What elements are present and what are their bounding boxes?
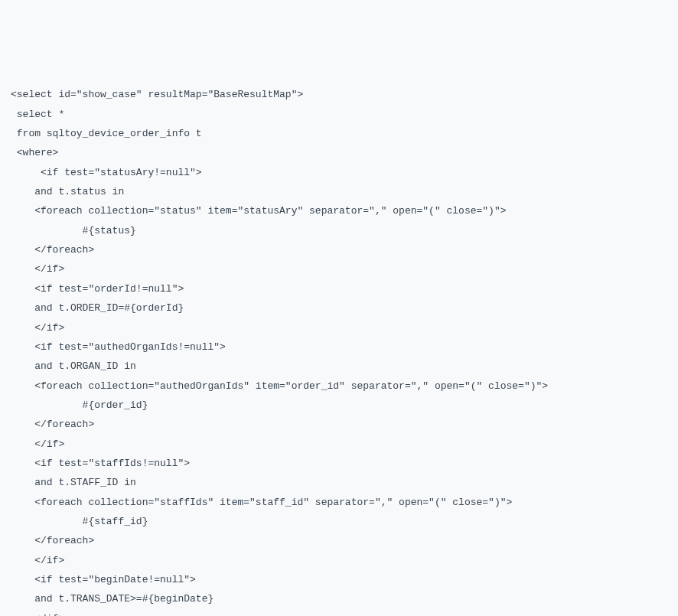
code-line: #{staff_id}: [11, 512, 667, 531]
code-line: </if>: [11, 259, 667, 279]
code-line: <where>: [11, 143, 667, 162]
code-line: <if test="staffIds!=null">: [11, 454, 667, 473]
code-line: and t.status in: [11, 182, 667, 201]
code-line: </foreach>: [11, 415, 667, 434]
code-line: </if>: [11, 551, 667, 570]
code-line: <if test="beginDate!=null">: [11, 570, 667, 589]
code-line: <if test="authedOrganIds!=null">: [11, 337, 667, 357]
code-line: </if>: [11, 609, 667, 616]
code-line: select *: [11, 105, 667, 124]
code-line: <select id="show_case" resultMap="BaseRe…: [11, 85, 667, 104]
code-line: from sqltoy_device_order_info t: [11, 124, 667, 143]
code-line: </foreach>: [11, 531, 667, 550]
code-line: </foreach>: [11, 240, 667, 259]
code-line: <foreach collection="status" item="statu…: [11, 201, 667, 220]
code-line: </if>: [11, 435, 667, 454]
code-line: </if>: [11, 318, 667, 337]
code-line: #{status}: [11, 221, 667, 240]
code-line: #{order_id}: [11, 396, 667, 415]
code-line: and t.ORDER_ID=#{orderId}: [11, 298, 667, 318]
code-line: <foreach collection="staffIds" item="sta…: [11, 493, 667, 512]
code-line: <if test="orderId!=null">: [11, 279, 667, 298]
code-line: <if test="statusAry!=null">: [11, 163, 667, 182]
code-line: and t.TRANS_DATE>=#{beginDate}: [11, 589, 667, 608]
code-line: and t.STAFF_ID in: [11, 473, 667, 492]
code-line: and t.ORGAN_ID in: [11, 357, 667, 376]
code-block: <select id="show_case" resultMap="BaseRe…: [11, 85, 667, 616]
code-line: <foreach collection="authedOrganIds" ite…: [11, 376, 667, 396]
